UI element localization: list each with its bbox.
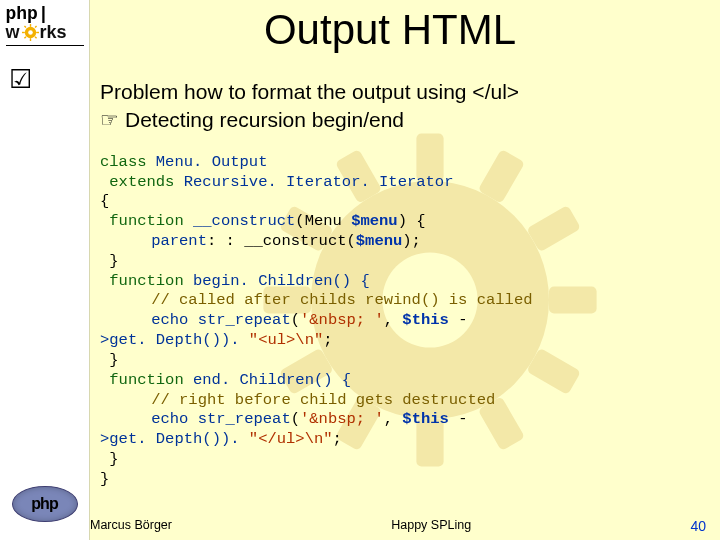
left-rail: php| w rks ☑ php (0, 0, 90, 540)
logo-text-top: php| (6, 4, 84, 24)
php-oval-icon: php (12, 486, 78, 522)
bullet-marker: ☑ (6, 64, 36, 95)
problem-line-1: Problem how to format the output using <… (100, 80, 519, 103)
svg-point-1 (28, 30, 33, 35)
code-block: class Menu. Output extends Recursive. It… (100, 153, 700, 490)
logo-underline (6, 45, 84, 46)
svg-rect-7 (34, 36, 37, 39)
problem-line-2: Detecting recursion begin/end (125, 108, 404, 131)
check-icon: ☑ (9, 64, 32, 94)
svg-rect-4 (22, 32, 25, 33)
slide-number: 40 (690, 518, 706, 534)
php-logo: php (12, 486, 78, 522)
slide: php| w rks ☑ php (0, 0, 720, 540)
rail-top: php| w rks ☑ (6, 0, 84, 95)
footer-author: Marcus Börger (90, 518, 172, 534)
problem-text: Problem how to format the output using <… (100, 78, 700, 135)
svg-rect-5 (36, 32, 39, 33)
svg-rect-6 (23, 26, 26, 29)
svg-rect-9 (23, 36, 26, 39)
pointing-hand-icon: ☞ (100, 108, 119, 131)
svg-rect-3 (29, 38, 30, 41)
svg-rect-8 (34, 26, 37, 29)
slide-title: Output HTML (90, 6, 690, 54)
slide-body: Problem how to format the output using <… (100, 78, 700, 490)
phpworks-logo: php| w rks (6, 4, 84, 46)
gear-icon (22, 24, 39, 41)
footer: Marcus Börger Happy SPLing 40 (90, 518, 706, 534)
footer-title: Happy SPLing (172, 518, 690, 534)
logo-text-bottom: w rks (6, 22, 84, 43)
content-area: Output HTML Problem how to format the ou… (90, 0, 720, 540)
svg-rect-2 (29, 24, 30, 27)
